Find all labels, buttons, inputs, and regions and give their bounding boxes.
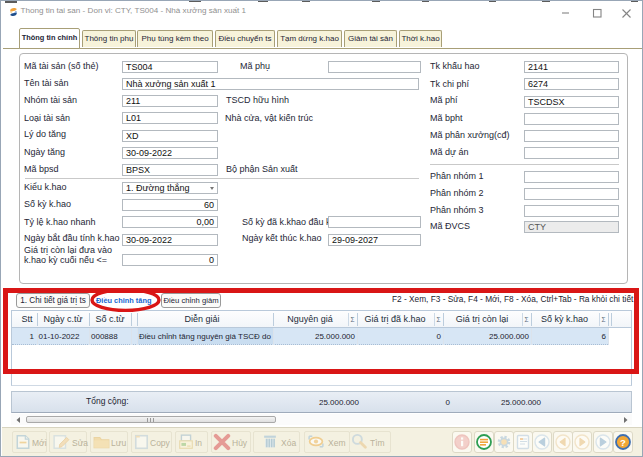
svg-text:?: ?	[620, 437, 626, 448]
